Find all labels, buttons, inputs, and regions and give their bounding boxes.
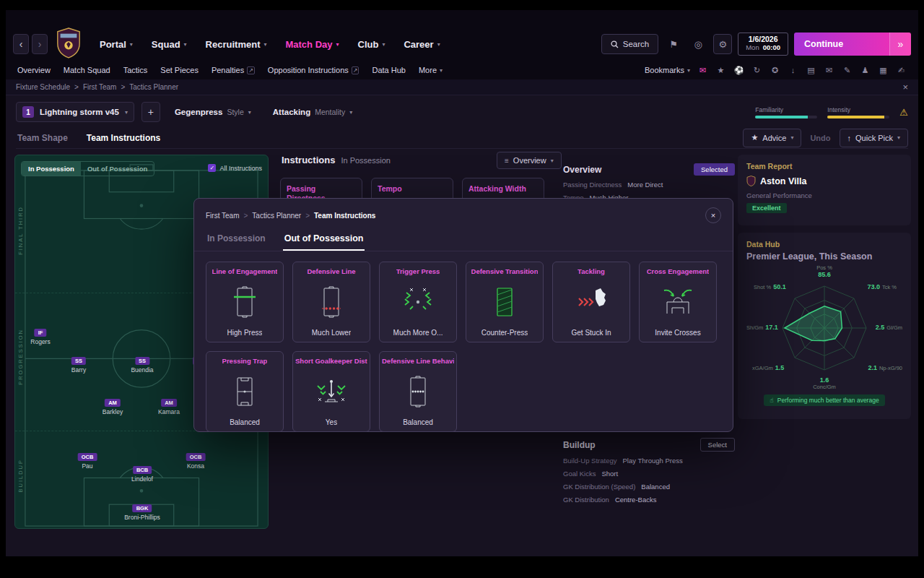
competition-icon[interactable]: ★	[715, 66, 726, 75]
back-button[interactable]: ‹	[13, 34, 29, 54]
selected-button[interactable]: Selected	[694, 163, 735, 176]
calendar-icon[interactable]: ▦	[878, 66, 889, 75]
tactic-select-dropdown[interactable]: 1 Lightning storm v45 ▾	[16, 102, 134, 122]
messages-icon[interactable]: ✉	[697, 66, 708, 75]
tab-team-shape[interactable]: Team Shape	[16, 129, 69, 147]
edit-icon[interactable]: ✎	[842, 66, 853, 75]
game-date: 1/6/2026 Mon00:00	[738, 33, 788, 56]
player-chip[interactable]: OCBPau	[78, 453, 97, 470]
bookmarks-dropdown[interactable]: Bookmarks▾	[645, 66, 690, 74]
search-button[interactable]: Search	[601, 34, 658, 54]
team-report-title: Team Report	[746, 162, 902, 171]
tasks-icon[interactable]: ✍	[896, 66, 907, 75]
instruction-card-short-goalkeeper-distribution[interactable]: Short Goalkeeper Distr Yes	[292, 351, 370, 432]
all-instructions-checkbox[interactable]: ✓ All Instructions	[208, 164, 262, 172]
instruction-card-defensive-transition[interactable]: Defensive Transition Counter-Press	[466, 262, 544, 342]
player-chip[interactable]: OCBKonsa	[186, 453, 206, 470]
summary-row: GK DistributionCentre-Backs	[563, 496, 735, 504]
advice-button[interactable]: ★ Advice ▾	[743, 129, 801, 147]
zone-label-progression: PROGRESSION	[17, 329, 24, 385]
toggle-in-possession[interactable]: In Possession	[22, 162, 81, 176]
nav-recruitment[interactable]: Recruitment▾	[206, 39, 267, 50]
nav-portal[interactable]: Portal▾	[100, 39, 133, 50]
defensive-line-icon	[315, 286, 348, 318]
football-icon[interactable]: ⚽	[733, 66, 744, 75]
bookmark-flag-button[interactable]: ⚑	[664, 34, 683, 54]
summary-row: Goal KicksShort	[563, 470, 735, 478]
instruction-card-pressing-trap[interactable]: Pressing Trap Balanced	[206, 351, 284, 432]
chevron-down-icon: ▾	[336, 41, 339, 48]
download-icon[interactable]: ↓	[788, 66, 798, 74]
style-label: Style	[227, 108, 243, 116]
staff-icon[interactable]: ♟	[860, 66, 871, 75]
radar-label-gl: 2.5Gl/Gm	[876, 324, 902, 331]
radar-label-pos: Pos %85.6	[746, 264, 902, 278]
mentality-dropdown[interactable]: Attacking Mentality ▾	[266, 102, 359, 122]
familiarity-meter: Familiarity	[755, 106, 817, 118]
world-button[interactable]: ◎	[689, 34, 707, 54]
chevron-down-icon: ▾	[551, 158, 554, 164]
breadcrumb-item-fixture-schedule[interactable]: Fixture Schedule	[16, 83, 70, 91]
instruction-card-defensive-line-behaviour[interactable]: Defensive Line Behavio Balanced	[379, 351, 457, 432]
subnav-data-hub[interactable]: Data Hub	[372, 66, 405, 74]
subnav-tactics[interactable]: Tactics	[123, 66, 148, 74]
modal-tab-out-of-possession[interactable]: Out of Possession	[283, 229, 365, 251]
style-dropdown[interactable]: Gegenpress Style ▾	[167, 102, 258, 122]
nav-match-day[interactable]: Match Day▾	[285, 39, 339, 50]
nav-squad[interactable]: Squad▾	[152, 39, 187, 50]
data-hub-title: Data Hub	[746, 240, 902, 249]
subnav-opposition-instructions[interactable]: Opposition Instructions↗	[268, 66, 359, 74]
search-icon	[611, 40, 619, 48]
tab-team-instructions[interactable]: Team Instructions	[85, 129, 162, 147]
mail-icon[interactable]: ✉	[824, 66, 834, 75]
player-chip[interactable]: BGKBroni-Phillips	[124, 504, 160, 521]
undo-button[interactable]: Undo	[810, 134, 830, 142]
nav-club[interactable]: Club▾	[358, 39, 385, 50]
overview-summary: Overview Selected Passing DirectnessMore…	[563, 163, 735, 202]
instruction-card-defensive-line[interactable]: Defensive Line Much Lower	[292, 262, 370, 342]
player-chip[interactable]: AMKamara	[158, 399, 180, 415]
breadcrumb-separator: >	[74, 83, 79, 91]
intensity-meter: Intensity	[827, 106, 889, 118]
player-chip[interactable]: SSBuendia	[131, 357, 153, 374]
subnav-match-squad[interactable]: Match Squad	[64, 66, 110, 74]
subnav-penalties[interactable]: Penalties↗	[212, 66, 255, 74]
nav-portal-label: Portal	[100, 39, 126, 50]
view-tabs: Team Shape Team Instructions ★ Advice ▾ …	[16, 127, 908, 149]
instruction-card-line-of-engagement[interactable]: Line of Engagement High Press	[206, 262, 284, 342]
settings-button[interactable]: ⚙	[713, 34, 732, 54]
instruction-card-trigger-press[interactable]: Trigger Press Much More O...	[379, 262, 457, 342]
award-icon[interactable]: ✪	[770, 66, 780, 75]
chevron-down-icon: ▾	[440, 67, 443, 74]
team-name[interactable]: Aston Villa	[760, 176, 806, 186]
continue-button[interactable]: Continue »	[794, 33, 911, 56]
news-icon[interactable]: ▤	[806, 66, 816, 75]
quick-pick-button[interactable]: ↑ Quick Pick ▾	[840, 129, 908, 147]
subnav-more[interactable]: More▾	[419, 66, 443, 74]
breadcrumb-item-tactics-planner[interactable]: Tactics Planner	[129, 83, 178, 91]
instruction-card-tackling[interactable]: Tackling Get Stuck In	[552, 262, 630, 342]
add-tactic-button[interactable]: +	[141, 102, 160, 122]
subnav-set-pieces[interactable]: Set Pieces	[160, 66, 199, 74]
instructions-view-dropdown[interactable]: ≡ Overview ▾	[497, 152, 562, 169]
subnav-overview[interactable]: Overview	[17, 66, 51, 74]
sync-icon[interactable]: ↻	[751, 66, 762, 75]
player-chip[interactable]: BCBLindelof	[131, 466, 153, 483]
modal-breadcrumb-first-team[interactable]: First Team	[206, 212, 240, 220]
close-page-button[interactable]: ×	[902, 82, 908, 92]
nav-career[interactable]: Career▾	[404, 39, 440, 50]
modal-close-button[interactable]: ×	[705, 207, 721, 223]
modal-tab-in-possession[interactable]: In Possession	[206, 229, 267, 251]
forward-button[interactable]: ›	[32, 34, 48, 54]
chevron-down-icon: ▾	[184, 41, 187, 48]
breadcrumb-item-first-team[interactable]: First Team	[83, 83, 117, 91]
familiarity-label: Familiarity	[755, 106, 817, 113]
toggle-out-of-possession[interactable]: Out of Possession	[81, 162, 154, 176]
club-crest[interactable]	[55, 27, 82, 61]
modal-breadcrumb: First Team > Tactics Planner > Team Inst…	[194, 199, 733, 228]
modal-breadcrumb-tactics-planner[interactable]: Tactics Planner	[252, 212, 301, 220]
player-chip[interactable]: IFRogers	[30, 329, 50, 345]
instruction-card-cross-engagement[interactable]: Cross Engagement Invite Crosses	[639, 262, 717, 342]
player-chip[interactable]: SSBarry	[71, 357, 86, 374]
player-chip[interactable]: AMBarkley	[103, 399, 123, 415]
